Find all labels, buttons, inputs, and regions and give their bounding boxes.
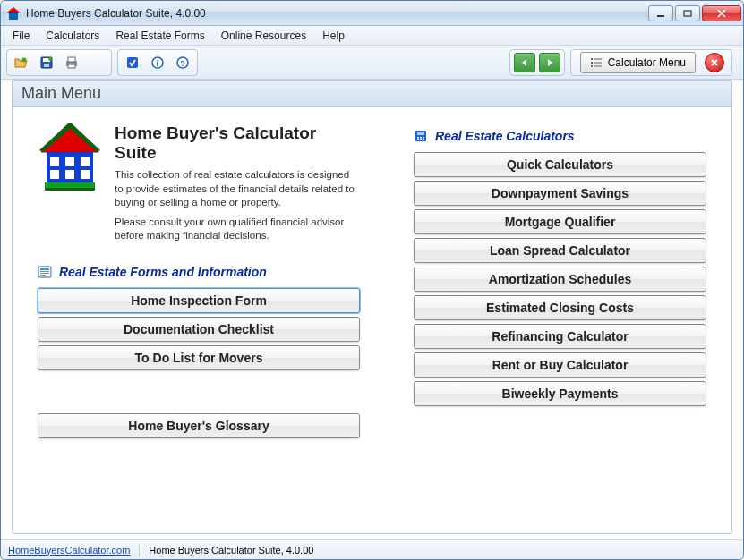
svg-rect-42 xyxy=(40,275,46,276)
documentation-checklist-button[interactable]: Documentation Checklist xyxy=(38,317,360,342)
minimize-button[interactable] xyxy=(648,5,673,21)
estimated-closing-costs-button[interactable]: Estimated Closing Costs xyxy=(414,295,706,320)
nav-back-button[interactable] xyxy=(514,53,535,72)
app-house-icon xyxy=(6,6,21,21)
menu-help[interactable]: Help xyxy=(314,28,353,44)
svg-rect-20 xyxy=(591,58,593,60)
intro-heading: Home Buyer's Calculator Suite xyxy=(115,123,360,163)
arrow-left-icon xyxy=(520,58,529,67)
status-text: Home Buyers Calculator Suite, 4.0.00 xyxy=(149,545,313,556)
mortgage-qualifier-button[interactable]: Mortgage Qualifier xyxy=(414,209,706,234)
close-panel-button[interactable] xyxy=(705,53,724,72)
print-button[interactable] xyxy=(60,52,83,73)
svg-rect-23 xyxy=(594,62,602,64)
save-button[interactable] xyxy=(35,52,58,73)
svg-rect-44 xyxy=(417,132,424,135)
svg-text:?: ? xyxy=(180,59,185,68)
help-button[interactable]: ? xyxy=(171,52,194,73)
svg-rect-22 xyxy=(591,62,593,64)
main-frame: Main Menu xyxy=(12,80,732,534)
refinancing-calculator-button[interactable]: Refinancing Calculator xyxy=(414,324,706,349)
forms-button-list: Home Inspection Form Documentation Check… xyxy=(38,288,360,370)
close-button[interactable] xyxy=(702,5,741,21)
arrow-right-icon xyxy=(545,58,554,67)
window-controls xyxy=(646,5,741,21)
svg-rect-49 xyxy=(420,139,422,140)
svg-rect-32 xyxy=(81,157,90,166)
toolbar-group-menu: Calculator Menu xyxy=(570,49,732,76)
toolbar: i ? xyxy=(1,46,743,80)
svg-text:i: i xyxy=(157,58,159,68)
list-icon xyxy=(590,56,603,69)
amortization-schedules-button[interactable]: Amortization Schedules xyxy=(414,267,706,292)
menu-calculators[interactable]: Calculators xyxy=(38,28,107,44)
svg-rect-12 xyxy=(68,64,75,68)
open-button[interactable] xyxy=(10,52,33,73)
blank-button[interactable] xyxy=(85,52,108,73)
calculator-icon xyxy=(414,130,428,142)
calculator-menu-button[interactable]: Calculator Menu xyxy=(580,52,696,73)
check-button[interactable] xyxy=(121,52,144,73)
left-column: Home Buyer's Calculator Suite This colle… xyxy=(38,123,360,524)
nav-forward-button[interactable] xyxy=(539,53,560,72)
svg-rect-37 xyxy=(45,188,95,191)
menu-real-estate-forms[interactable]: Real Estate Forms xyxy=(107,28,212,44)
right-column: Real Estate Calculators Quick Calculator… xyxy=(414,123,706,524)
svg-rect-1 xyxy=(9,13,18,19)
svg-rect-25 xyxy=(594,65,602,67)
menubar: File Calculators Real Estate Forms Onlin… xyxy=(1,26,743,46)
svg-rect-2 xyxy=(9,19,18,20)
svg-rect-50 xyxy=(423,139,424,140)
intro-paragraph-2: Please consult your own qualified financ… xyxy=(115,216,360,243)
calculators-section-header: Real Estate Calculators xyxy=(414,129,706,143)
svg-rect-39 xyxy=(40,268,49,270)
menu-file[interactable]: File xyxy=(4,28,38,44)
svg-rect-34 xyxy=(65,170,74,179)
svg-rect-4 xyxy=(684,11,691,16)
intro-text: Home Buyer's Calculator Suite This colle… xyxy=(115,123,360,249)
svg-rect-30 xyxy=(50,157,59,166)
glossary-button[interactable]: Home Buyer's Glossary xyxy=(38,413,360,438)
frame-body: Home Buyer's Calculator Suite This colle… xyxy=(13,107,731,533)
quick-calculators-button[interactable]: Quick Calculators xyxy=(414,152,706,177)
downpayment-savings-button[interactable]: Downpayment Savings xyxy=(414,181,706,206)
intro-block: Home Buyer's Calculator Suite This colle… xyxy=(38,123,360,249)
glossary-wrap: Home Buyer's Glossary xyxy=(38,413,360,438)
printer-icon xyxy=(64,55,79,70)
home-inspection-form-button[interactable]: Home Inspection Form xyxy=(38,288,360,313)
svg-rect-35 xyxy=(81,170,90,179)
check-box-icon xyxy=(125,55,140,70)
svg-marker-18 xyxy=(522,59,526,66)
loan-spread-calculator-button[interactable]: Loan Spread Calculator xyxy=(414,238,706,263)
content-area: Main Menu xyxy=(1,80,743,539)
form-icon xyxy=(38,266,52,278)
to-do-list-movers-button[interactable]: To Do List for Movers xyxy=(38,345,360,370)
svg-rect-31 xyxy=(65,157,74,166)
svg-rect-40 xyxy=(40,271,49,272)
window-title: Home Buyers Calculator Suite, 4.0.00 xyxy=(26,7,646,20)
floppy-disk-icon xyxy=(39,55,54,70)
svg-point-9 xyxy=(48,57,52,61)
calculator-menu-label: Calculator Menu xyxy=(608,56,686,69)
svg-rect-24 xyxy=(591,65,593,67)
maximize-button[interactable] xyxy=(675,5,700,21)
info-icon: i xyxy=(150,55,165,70)
svg-rect-41 xyxy=(40,273,49,274)
svg-rect-36 xyxy=(45,182,95,188)
svg-point-5 xyxy=(22,57,27,62)
svg-rect-11 xyxy=(68,57,75,62)
x-icon xyxy=(710,58,719,67)
forms-section-header: Real Estate Forms and Information xyxy=(38,265,360,279)
house-large-icon xyxy=(38,123,102,193)
status-link[interactable]: HomeBuyersCalculator.com xyxy=(8,545,130,556)
svg-marker-26 xyxy=(41,127,98,152)
svg-rect-21 xyxy=(594,58,602,60)
biweekly-payments-button[interactable]: Biweekly Payments xyxy=(414,381,706,406)
rent-or-buy-calculator-button[interactable]: Rent or Buy Calculator xyxy=(414,352,706,378)
forms-section-title: Real Estate Forms and Information xyxy=(59,265,267,279)
calculators-button-list: Quick Calculators Downpayment Savings Mo… xyxy=(414,152,706,406)
question-icon: ? xyxy=(175,55,190,70)
info-button[interactable]: i xyxy=(146,52,169,73)
menu-online-resources[interactable]: Online Resources xyxy=(213,28,314,44)
folder-open-icon xyxy=(14,55,29,70)
